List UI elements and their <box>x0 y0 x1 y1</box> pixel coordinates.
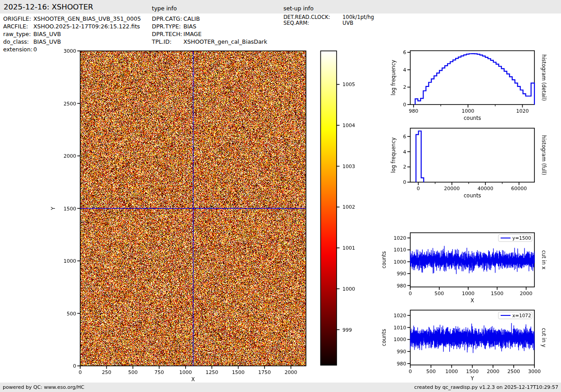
dpr-type-label: DPR.TYPE: <box>152 23 181 30</box>
svg-text:1010: 1010 <box>394 247 406 253</box>
svg-text:4: 4 <box>403 149 406 155</box>
svg-text:3000: 3000 <box>64 48 76 54</box>
svg-text:0: 0 <box>79 369 82 375</box>
doclass-value: BIAS_UVB <box>33 38 61 46</box>
tpl-id-label: TPL.ID: <box>152 38 172 46</box>
arcfile-label: ARCFILE: <box>3 23 28 30</box>
svg-text:990: 990 <box>397 271 406 277</box>
svg-text:1004: 1004 <box>342 123 355 128</box>
svg-text:60000: 60000 <box>511 186 527 191</box>
svg-text:1005: 1005 <box>342 82 355 87</box>
svg-text:750: 750 <box>155 369 164 375</box>
svg-text:counts: counts <box>464 192 481 199</box>
extension-label: extension: <box>3 46 32 53</box>
svg-text:1000: 1000 <box>445 369 458 374</box>
svg-text:500: 500 <box>434 291 444 296</box>
svg-text:y=1500: y=1500 <box>512 235 531 241</box>
bias-noise-image <box>80 51 306 366</box>
svg-text:20000: 20000 <box>444 186 460 191</box>
svg-text:log frequency: log frequency <box>390 60 397 96</box>
svg-text:1002: 1002 <box>342 204 355 210</box>
arcfile-value: XSHOO.2025-12-17T09:26:15.122.fits <box>33 23 140 30</box>
svg-text:0: 0 <box>417 186 420 191</box>
svg-text:0: 0 <box>403 179 406 185</box>
svg-text:2000: 2000 <box>64 153 76 159</box>
svg-text:999: 999 <box>342 327 352 333</box>
svg-text:2000: 2000 <box>487 369 499 374</box>
svg-text:0: 0 <box>409 291 412 296</box>
dpr-tech-label: DPR.TECH: <box>152 30 182 38</box>
svg-text:counts: counts <box>381 251 387 268</box>
svg-text:500: 500 <box>128 369 137 375</box>
svg-text:1000: 1000 <box>394 337 406 342</box>
svg-text:500: 500 <box>426 369 436 374</box>
svg-text:histogram (full): histogram (full) <box>541 135 547 175</box>
svg-text:counts: counts <box>381 329 387 346</box>
svg-text:6: 6 <box>403 134 406 140</box>
seq-arm-value: UVB <box>342 20 353 26</box>
svg-text:0: 0 <box>409 369 412 374</box>
page-title: 2025-12-16: XSHOOTER <box>4 3 93 11</box>
origfile-value: XSHOOTER_GEN_BIAS_UVB_351_0005 <box>33 15 141 23</box>
svg-text:980: 980 <box>397 283 406 289</box>
svg-text:2500: 2500 <box>64 101 76 107</box>
svg-text:2: 2 <box>403 164 406 170</box>
rawtype-value: BIAS_UVB <box>33 30 61 38</box>
svg-text:1500: 1500 <box>466 369 479 374</box>
svg-text:1500: 1500 <box>64 206 76 212</box>
svg-text:1000: 1000 <box>462 291 474 296</box>
svg-text:1500: 1500 <box>232 369 245 375</box>
svg-text:0: 0 <box>403 102 406 108</box>
svg-text:x=1072: x=1072 <box>512 313 531 318</box>
dpr-catg-label: DPR.CATG: <box>152 15 182 23</box>
svg-text:1250: 1250 <box>205 369 218 375</box>
svg-text:990: 990 <box>397 349 406 355</box>
svg-text:1000: 1000 <box>462 108 474 114</box>
svg-text:2000: 2000 <box>285 369 297 375</box>
svg-text:1020: 1020 <box>394 235 406 241</box>
svg-text:1000: 1000 <box>394 259 406 265</box>
svg-text:1020: 1020 <box>516 108 529 114</box>
svg-text:1010: 1010 <box>394 325 406 331</box>
svg-text:cut in x: cut in x <box>541 250 547 269</box>
svg-text:1001: 1001 <box>342 245 355 251</box>
rawtype-label: raw_type: <box>3 30 31 38</box>
extension-value: 0 <box>33 46 37 53</box>
svg-text:500: 500 <box>67 311 76 317</box>
dpr-catg-value: CALIB <box>183 15 200 23</box>
qc-report-page: 2025-12-16: XSHOOTER type info set-up in… <box>0 0 561 392</box>
svg-text:1750: 1750 <box>258 369 271 375</box>
svg-text:1000: 1000 <box>64 258 76 264</box>
svg-text:Y: Y <box>470 375 474 382</box>
header-bar: 2025-12-16: XSHOOTER type info set-up in… <box>0 0 561 14</box>
svg-text:980: 980 <box>409 108 418 114</box>
svg-text:6: 6 <box>403 50 406 55</box>
svg-text:log frequency: log frequency <box>390 137 397 173</box>
svg-text:1003: 1003 <box>342 164 355 169</box>
svg-text:1000: 1000 <box>342 286 355 292</box>
svg-text:2000: 2000 <box>520 291 533 296</box>
svg-text:1000: 1000 <box>179 369 192 375</box>
svg-text:X: X <box>192 376 195 383</box>
svg-text:250: 250 <box>102 369 111 375</box>
svg-text:2: 2 <box>403 84 406 90</box>
svg-text:0: 0 <box>73 363 76 369</box>
svg-text:2500: 2500 <box>507 369 520 374</box>
svg-text:40000: 40000 <box>478 186 493 191</box>
doclass-label: do_class: <box>3 38 29 46</box>
type-info-heading: type info <box>152 5 177 12</box>
origfile-label: ORIGFILE: <box>3 15 31 23</box>
footer-powered-by[interactable]: powered by QC: www.eso.org/HC <box>3 384 84 390</box>
footer-created-by: created by qc_rawdisp.py v1.2.3 on 2025-… <box>414 384 558 390</box>
svg-text:X: X <box>470 297 474 304</box>
setup-info-heading: set-up info <box>283 5 314 12</box>
seq-arm-label: SEQ.ARM: <box>283 20 309 26</box>
svg-text:3000: 3000 <box>528 369 541 374</box>
svg-text:cut in y: cut in y <box>541 328 547 347</box>
dpr-tech-value: IMAGE <box>183 30 201 38</box>
svg-text:980: 980 <box>397 361 406 367</box>
svg-text:counts: counts <box>464 115 481 121</box>
tpl-id-value: XSHOOTER_gen_cal_BiasDark <box>183 38 267 46</box>
svg-text:4: 4 <box>403 67 406 73</box>
svg-text:histogram (detail): histogram (detail) <box>541 55 547 101</box>
